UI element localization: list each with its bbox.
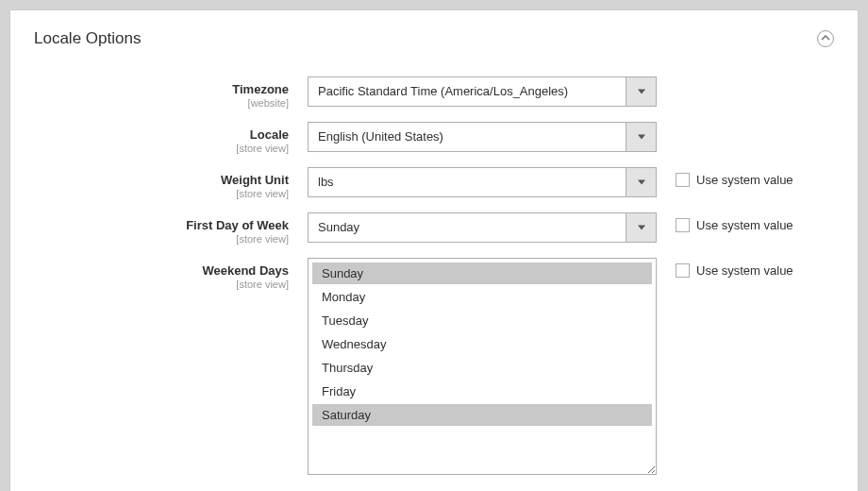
weekend-day-option[interactable]: Tuesday bbox=[312, 310, 652, 331]
weight-unit-value: lbs bbox=[309, 168, 626, 196]
first-day-row: First Day of Week [store view] Sunday Us… bbox=[34, 212, 834, 245]
locale-label-col: Locale [store view] bbox=[34, 122, 308, 154]
checkbox-icon bbox=[676, 263, 690, 278]
chevron-down-icon bbox=[626, 123, 656, 151]
weekend-day-option[interactable]: Saturday bbox=[312, 404, 652, 426]
first-day-label-col: First Day of Week [store view] bbox=[34, 212, 308, 245]
weight-unit-select[interactable]: lbs bbox=[308, 167, 657, 197]
weekend-days-use-system-checkbox[interactable]: Use system value bbox=[676, 263, 793, 278]
first-day-value: Sunday bbox=[309, 213, 626, 242]
locale-select[interactable]: English (United States) bbox=[308, 122, 657, 152]
timezone-value: Pacific Standard Time (America/Los_Angel… bbox=[309, 77, 626, 106]
weight-unit-scope: [store view] bbox=[34, 188, 289, 199]
chevron-down-icon bbox=[626, 213, 656, 242]
weekend-day-option[interactable]: Thursday bbox=[312, 357, 652, 379]
weight-unit-label: Weight Unit bbox=[34, 173, 289, 187]
first-day-use-system-label: Use system value bbox=[696, 218, 793, 232]
locale-value: English (United States) bbox=[309, 123, 626, 151]
weight-unit-use-system-label: Use system value bbox=[696, 173, 793, 187]
first-day-label: First Day of Week bbox=[34, 218, 289, 232]
weekend-day-option[interactable]: Wednesday bbox=[312, 333, 652, 355]
timezone-label-col: Timezone [website] bbox=[34, 76, 308, 109]
first-day-scope: [store view] bbox=[34, 233, 289, 245]
weekend-day-option[interactable]: Friday bbox=[312, 381, 652, 402]
locale-scope: [store view] bbox=[34, 143, 289, 154]
locale-label: Locale bbox=[34, 127, 289, 142]
timezone-row: Timezone [website] Pacific Standard Time… bbox=[34, 76, 834, 109]
weekend-days-multiselect[interactable]: SundayMondayTuesdayWednesdayThursdayFrid… bbox=[308, 258, 657, 475]
weekend-days-label: Weekend Days bbox=[34, 263, 289, 278]
weight-unit-row: Weight Unit [store view] lbs Use system … bbox=[34, 167, 834, 199]
section-header: Locale Options bbox=[34, 29, 834, 48]
checkbox-icon bbox=[676, 218, 690, 232]
chevron-down-icon bbox=[626, 168, 656, 196]
section-title: Locale Options bbox=[34, 29, 141, 48]
weekend-days-row: Weekend Days [store view] SundayMondayTu… bbox=[34, 258, 834, 475]
locale-row: Locale [store view] English (United Stat… bbox=[34, 122, 834, 154]
first-day-select[interactable]: Sunday bbox=[308, 212, 657, 243]
weekend-days-scope: [store view] bbox=[34, 279, 289, 290]
weight-unit-label-col: Weight Unit [store view] bbox=[34, 167, 308, 199]
timezone-select[interactable]: Pacific Standard Time (America/Los_Angel… bbox=[308, 76, 657, 107]
weekend-day-option[interactable]: Sunday bbox=[312, 262, 652, 284]
weekend-days-label-col: Weekend Days [store view] bbox=[34, 258, 308, 290]
weekend-day-option[interactable]: Monday bbox=[312, 286, 652, 308]
weight-unit-use-system-checkbox[interactable]: Use system value bbox=[676, 173, 793, 187]
first-day-use-system-checkbox[interactable]: Use system value bbox=[676, 218, 793, 232]
collapse-icon[interactable] bbox=[817, 30, 834, 47]
timezone-scope: [website] bbox=[34, 97, 289, 109]
locale-options-panel: Locale Options Timezone [website] Pacifi… bbox=[9, 9, 859, 491]
checkbox-icon bbox=[676, 173, 690, 187]
weekend-days-use-system-label: Use system value bbox=[696, 263, 793, 278]
chevron-down-icon bbox=[626, 77, 656, 106]
timezone-label: Timezone bbox=[34, 82, 289, 96]
